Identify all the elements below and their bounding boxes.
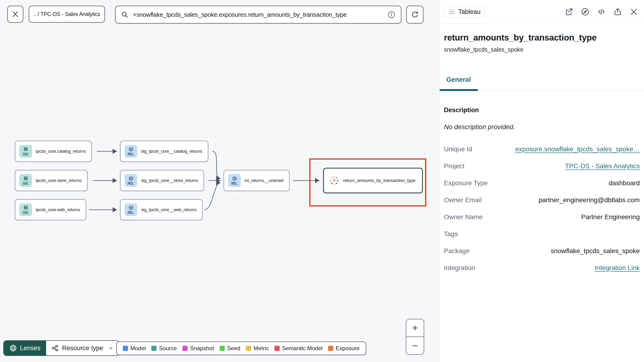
zoom-out-button[interactable]: − xyxy=(406,336,424,354)
tableau-logo-icon xyxy=(329,175,340,186)
refresh-icon xyxy=(411,11,419,19)
model-icon: MDL xyxy=(124,174,137,187)
search-icon xyxy=(121,11,129,19)
lenses-resource-control: Lenses Resource type xyxy=(3,340,120,356)
close-lineage-button[interactable] xyxy=(7,6,23,23)
source-icon: SRC xyxy=(19,145,32,158)
tableau-badge: Tableau xyxy=(444,6,485,18)
field-row-owner-name: Owner Name Partner Engineering xyxy=(444,209,640,226)
panel-header: Tableau xyxy=(440,0,644,24)
source-color-swatch xyxy=(151,346,156,351)
node-type-badge: MDL xyxy=(231,182,238,186)
legend-item-model: Model xyxy=(123,345,146,352)
owner-email-value: partner_engineering@dbtlabs.com xyxy=(538,196,640,204)
node-label: stg_tpcds_core__catalog_returns xyxy=(141,149,202,154)
field-row-project: Project TPC-DS - Sales Analytics xyxy=(444,158,640,175)
project-link[interactable]: TPC-DS - Sales Analytics xyxy=(565,162,640,170)
source-icon: SRC xyxy=(19,203,32,216)
tab-general[interactable]: General xyxy=(440,76,478,91)
tableau-badge-label: Tableau xyxy=(458,8,481,16)
close-panel-icon[interactable] xyxy=(630,7,638,16)
dbt-explorer-screen: SRC tpcds_core.catalog_returns SRC tpcds… xyxy=(0,0,644,362)
legend-item-semantic-model: Semantic Model xyxy=(274,345,322,352)
share-icon[interactable] xyxy=(613,7,622,16)
node-label: return_amounts_by_transaction_type xyxy=(343,178,416,183)
search-input[interactable] xyxy=(132,11,384,19)
refresh-button[interactable] xyxy=(406,6,424,24)
lineage-node-int-returns-unioned[interactable]: MDL int_returns__unioned xyxy=(224,170,290,191)
legend-item-exposure: Exposure xyxy=(328,345,360,352)
lineage-node-stg-store-returns[interactable]: MDL stg_tpcds_core__store_returns xyxy=(120,170,204,191)
exposure-color-swatch xyxy=(328,346,333,351)
code-icon[interactable] xyxy=(597,7,606,16)
node-label: stg_tpcds_core__store_returns xyxy=(141,178,198,183)
field-row-package: Package snowflake_tpcds_sales_spoke xyxy=(444,243,640,259)
lineage-canvas[interactable]: SRC tpcds_core.catalog_returns SRC tpcds… xyxy=(0,0,440,362)
exposure-type-value: dashboard xyxy=(609,179,640,187)
lineage-node-stg-catalog-returns[interactable]: MDL stg_tpcds_core__catalog_returns xyxy=(120,141,208,162)
model-icon: MDL xyxy=(228,174,241,187)
lineage-node-source-web-returns[interactable]: SRC tpcds_core.web_returns xyxy=(15,199,86,220)
model-icon: MDL xyxy=(124,145,137,158)
unique-id-link[interactable]: exposure.snowflake_tpcds_sales_spoke… xyxy=(515,145,640,153)
seed-color-swatch xyxy=(220,346,225,351)
lineage-node-exposure-selected[interactable]: return_amounts_by_transaction_type xyxy=(323,168,423,193)
resource-type-label: Resource type xyxy=(62,344,103,352)
zoom-controls: + − xyxy=(406,319,424,355)
lenses-label: Lenses xyxy=(20,344,40,352)
info-icon[interactable] xyxy=(387,10,396,19)
legend-item-snapshot: Snapshot xyxy=(182,345,214,352)
node-type-badge: SRC xyxy=(22,211,29,215)
lineage-node-source-store-returns[interactable]: SRC tpcds_core.store_returns xyxy=(15,170,88,191)
semantic-model-color-swatch xyxy=(274,346,280,351)
owner-name-value: Partner Engineering xyxy=(581,213,640,221)
node-label: int_returns__unioned xyxy=(244,178,284,183)
description-empty-text: No description provided. xyxy=(444,123,640,131)
resource-details-panel: Tableau return_amounts_by_transaction_ty… xyxy=(440,0,644,362)
resource-type-dropdown[interactable]: Resource type xyxy=(46,341,119,355)
field-row-owner-email: Owner Email partner_engineering@dbtlabs.… xyxy=(444,192,640,209)
tableau-logo-icon xyxy=(448,8,455,15)
source-icon: SRC xyxy=(19,174,32,187)
node-label: stg_tpcds_core__web_returns xyxy=(141,207,196,212)
panel-body: return_amounts_by_transaction_type snowf… xyxy=(440,33,644,276)
lineage-node-source-catalog-returns[interactable]: SRC tpcds_core.catalog_returns xyxy=(15,141,92,162)
breadcrumb[interactable]: .. / TPC-DS - Sales Analytics xyxy=(29,6,105,23)
model-icon: MDL xyxy=(124,203,137,216)
legend-item-metric: Metric xyxy=(246,345,269,352)
panel-tabs: General xyxy=(440,76,644,91)
node-label: tpcds_core.web_returns xyxy=(36,207,80,212)
node-label: tpcds_core.catalog_returns xyxy=(36,149,86,154)
description-label: Description xyxy=(444,107,640,114)
legend-item-source: Source xyxy=(151,345,177,352)
snapshot-color-swatch xyxy=(182,346,188,351)
open-external-icon[interactable] xyxy=(564,7,574,16)
node-type-badge: SRC xyxy=(22,153,29,156)
field-row-integration: Integration Integration Link xyxy=(444,259,640,276)
node-type-badge: SRC xyxy=(22,182,29,186)
node-type-badge: MDL xyxy=(128,153,134,156)
resource-package-subtitle: snowflake_tpcds_sales_spoke xyxy=(444,46,640,53)
node-label: tpcds_core.store_returns xyxy=(36,178,82,183)
breadcrumb-label: .. / TPC-DS - Sales Analytics xyxy=(34,11,100,18)
field-row-exposure-type: Exposure Type dashboard xyxy=(444,175,640,192)
hierarchy-icon xyxy=(51,344,59,352)
node-type-badge: MDL xyxy=(128,182,134,186)
field-row-tags: Tags xyxy=(444,226,640,243)
legend-item-seed: Seed xyxy=(220,345,240,352)
compass-explore-icon[interactable] xyxy=(581,7,590,16)
zoom-in-button[interactable]: + xyxy=(406,319,424,336)
model-color-swatch xyxy=(123,346,128,351)
integration-link[interactable]: Integration Link xyxy=(595,264,640,272)
chevron-down-icon xyxy=(108,345,114,351)
resource-type-legend: Model Source Snapshot Seed Metric Semant… xyxy=(116,341,366,355)
lineage-node-stg-web-returns[interactable]: MDL stg_tpcds_core__web_returns xyxy=(120,199,203,220)
field-row-unique-id: Unique Id exposure.snowflake_tpcds_sales… xyxy=(444,141,640,158)
resource-title: return_amounts_by_transaction_type xyxy=(444,33,640,43)
lineage-search-bar xyxy=(115,6,401,24)
detail-fields: Unique Id exposure.snowflake_tpcds_sales… xyxy=(444,141,640,276)
metric-color-swatch xyxy=(246,346,251,351)
panel-header-actions xyxy=(564,7,638,16)
lenses-button[interactable]: Lenses xyxy=(4,341,46,355)
aperture-icon xyxy=(10,344,17,352)
